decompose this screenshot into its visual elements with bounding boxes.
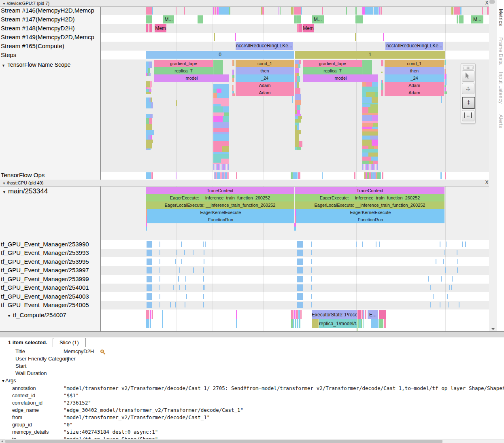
trace-slice-labeled[interactable]: cond_1 [385, 60, 444, 67]
dense-slice[interactable] [213, 84, 229, 89]
dense-slice[interactable] [216, 164, 217, 170]
trace-slice[interactable] [296, 15, 301, 23]
dense-slice[interactable] [362, 149, 378, 153]
trace-slice[interactable] [363, 319, 364, 328]
dense-slice[interactable] [227, 164, 228, 170]
trace-slice[interactable] [292, 96, 293, 103]
event-tick[interactable] [193, 267, 194, 273]
details-horizontal-scrollbar[interactable] [0, 439, 504, 443]
event-tick[interactable] [185, 276, 186, 282]
dense-slice[interactable] [380, 172, 381, 179]
event-tick[interactable] [159, 302, 160, 307]
event-tick[interactable] [465, 242, 466, 247]
event-tick[interactable] [440, 242, 440, 247]
trace-slice-labeled[interactable]: then [236, 67, 294, 74]
trace-slice-labeled[interactable]: model [154, 74, 229, 82]
event-tick[interactable] [362, 242, 363, 247]
trace-slice-labeled[interactable]: Adam [236, 82, 294, 89]
trace-slice[interactable] [296, 310, 298, 319]
trace-slice[interactable] [219, 6, 224, 15]
trace-slice[interactable] [146, 24, 148, 32]
trace-slice[interactable] [382, 172, 383, 179]
dense-slice[interactable] [371, 157, 378, 161]
dense-slice[interactable] [295, 119, 301, 123]
trace-slice[interactable] [294, 6, 301, 15]
trace-slice[interactable] [362, 60, 372, 67]
event-tick[interactable] [179, 267, 180, 273]
dense-slice[interactable] [367, 164, 368, 170]
dense-slice[interactable] [362, 136, 370, 140]
trace-slice[interactable] [293, 172, 298, 179]
event-tick[interactable] [159, 259, 160, 264]
event-tick[interactable] [311, 276, 312, 282]
event-tick[interactable] [356, 242, 357, 247]
trace-slice-labeled[interactable]: Mem [303, 24, 314, 32]
dense-slice[interactable] [223, 106, 229, 112]
dense-slice[interactable] [365, 164, 366, 170]
event-tick[interactable] [159, 267, 160, 273]
trace-slice[interactable] [357, 319, 359, 328]
dense-slice[interactable] [150, 114, 153, 118]
event-block[interactable] [147, 259, 152, 265]
trace-slice[interactable] [262, 6, 264, 15]
event-tick[interactable] [430, 285, 431, 290]
event-tick[interactable] [175, 302, 176, 307]
dense-slice[interactable] [146, 89, 149, 92]
trace-slice-labeled[interactable]: then [385, 67, 444, 74]
trace-slice[interactable] [379, 6, 380, 15]
event-tick[interactable] [204, 250, 204, 255]
collapse-arrow-icon[interactable]: ▼ [2, 190, 6, 194]
event-block[interactable] [147, 276, 152, 282]
dense-slice[interactable] [217, 164, 218, 170]
dense-slice[interactable] [218, 164, 219, 170]
collapse-arrow-icon[interactable]: ▼ [7, 314, 11, 318]
collapse-arrow-icon[interactable]: ▼ [2, 64, 5, 68]
trace-slice-labeled[interactable]: EagerLocalExecute: __inference_train_fun… [146, 201, 294, 209]
dense-slice[interactable] [377, 164, 378, 170]
dense-slice[interactable] [213, 141, 229, 146]
dense-slice[interactable] [362, 92, 366, 97]
event-tick[interactable] [379, 242, 380, 247]
trace-slice-labeled[interactable]: 1 [295, 51, 445, 59]
event-block[interactable] [147, 267, 152, 273]
trace-slice[interactable] [176, 100, 177, 106]
trace-slice[interactable] [224, 6, 229, 15]
dense-slice[interactable] [213, 134, 229, 141]
event-block[interactable] [147, 241, 152, 248]
trace-slice[interactable] [162, 310, 163, 319]
trace-slice[interactable] [294, 223, 296, 227]
dense-slice[interactable] [373, 161, 378, 164]
trace-slice[interactable] [457, 15, 458, 23]
trace-slice[interactable] [371, 319, 379, 328]
trace-slice[interactable] [236, 319, 237, 328]
trace-slice[interactable] [451, 6, 453, 15]
dense-slice[interactable] [146, 81, 150, 87]
dense-slice[interactable] [149, 73, 151, 76]
event-tick[interactable] [185, 302, 185, 307]
trace-slice-labeled[interactable]: M... [312, 15, 324, 23]
event-block[interactable] [297, 267, 303, 273]
dense-slice[interactable] [228, 164, 229, 170]
dense-slice[interactable] [213, 112, 224, 116]
event-tick[interactable] [181, 242, 182, 247]
dense-slice[interactable] [362, 146, 368, 149]
trace-slice-labeled[interactable]: Adam [236, 89, 294, 96]
dense-slice[interactable] [213, 106, 223, 112]
dense-slice[interactable] [364, 164, 364, 170]
trace-slice-labeled[interactable]: Adam [385, 89, 444, 96]
dense-slice[interactable] [151, 89, 151, 92]
trace-slice[interactable] [440, 172, 442, 179]
event-tick[interactable] [159, 294, 160, 299]
dense-slice[interactable] [373, 164, 374, 170]
timing-tool-button[interactable]: ↔ [462, 110, 474, 121]
dense-slice[interactable] [225, 164, 226, 170]
trace-slice[interactable] [294, 227, 296, 231]
trace-slice[interactable] [149, 24, 150, 32]
trace-slice-labeled[interactable]: TraceContext [146, 187, 294, 194]
trace-slice[interactable] [148, 15, 152, 23]
trace-slice-labeled[interactable]: EagerExecute: __inference_train_function… [146, 194, 294, 201]
event-tick[interactable] [311, 302, 312, 307]
trace-slice[interactable] [312, 319, 319, 328]
dense-slice[interactable] [366, 164, 367, 170]
trace-slice[interactable] [346, 6, 347, 15]
